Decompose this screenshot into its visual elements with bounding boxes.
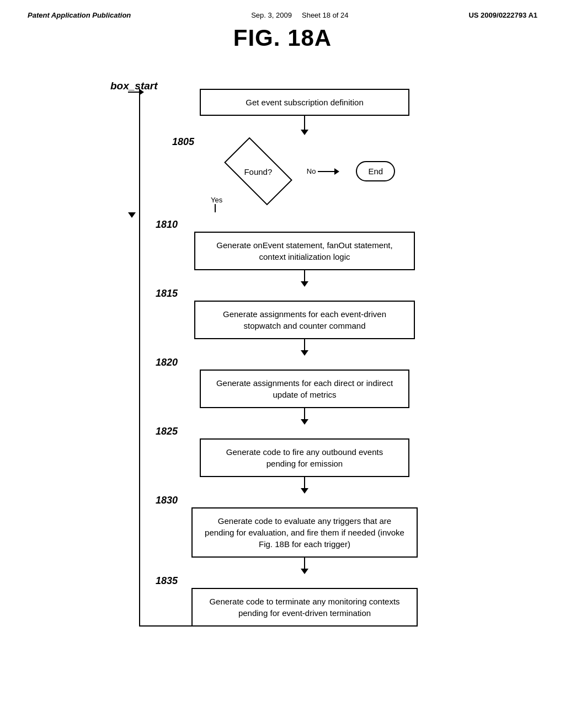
box-1835: Generate code to terminate any monitorin… bbox=[191, 588, 418, 627]
label-1835: 1835 bbox=[156, 575, 178, 587]
connector-3 bbox=[304, 270, 305, 281]
connector-1 bbox=[304, 116, 305, 130]
header-right: US 2009/0222793 A1 bbox=[468, 11, 537, 19]
arrow-6 bbox=[301, 488, 308, 494]
connector-7 bbox=[304, 558, 305, 569]
no-label: No bbox=[307, 167, 316, 175]
arrow-2 bbox=[128, 212, 136, 218]
header-left: Patent Application Publication bbox=[28, 11, 131, 19]
label-1805: 1805 bbox=[172, 136, 194, 148]
connector-6 bbox=[304, 477, 305, 488]
label-1820: 1820 bbox=[156, 357, 178, 368]
box-1810: Generate onEvent statement, fanOut state… bbox=[194, 232, 415, 270]
box-1815: Generate assignments for each event-driv… bbox=[194, 301, 415, 339]
connector-4 bbox=[304, 339, 305, 350]
connector-5 bbox=[304, 408, 305, 419]
diamond-row: Found? No End bbox=[139, 148, 470, 195]
label-1815: 1815 bbox=[156, 288, 178, 299]
outer-bottom-line bbox=[139, 625, 266, 627]
end-box: End bbox=[356, 161, 395, 181]
yes-label: Yes bbox=[211, 196, 222, 204]
arrow-3 bbox=[301, 281, 308, 287]
page: Patent Application Publication Sep. 3, 2… bbox=[0, 0, 565, 728]
label-1810: 1810 bbox=[156, 219, 178, 231]
arrow-1 bbox=[301, 130, 308, 135]
label-1830: 1830 bbox=[156, 495, 178, 506]
header: Patent Application Publication Sep. 3, 2… bbox=[22, 11, 543, 19]
arrow-4 bbox=[301, 350, 308, 356]
no-branch: No End bbox=[307, 161, 395, 181]
box-1820: Generate assignments for each direct or … bbox=[200, 370, 409, 408]
sheet-info: Sheet 18 of 24 bbox=[302, 11, 349, 19]
label-1825: 1825 bbox=[156, 426, 178, 437]
arrow-7 bbox=[301, 569, 308, 574]
box-1825: Generate code to fire any outbound event… bbox=[200, 438, 409, 477]
diamond-found: Found? bbox=[214, 148, 302, 195]
box-1830: Generate code to evaluate any triggers t… bbox=[191, 507, 418, 558]
figure-title: FIG. 18A bbox=[22, 25, 543, 51]
label-1800: box_start bbox=[110, 80, 158, 92]
arrow-5 bbox=[301, 419, 308, 425]
header-date: Sep. 3, 2009 Sheet 18 of 24 bbox=[251, 11, 348, 19]
box-start: Get event subscription definition bbox=[200, 89, 409, 116]
connector-2 bbox=[215, 204, 216, 212]
